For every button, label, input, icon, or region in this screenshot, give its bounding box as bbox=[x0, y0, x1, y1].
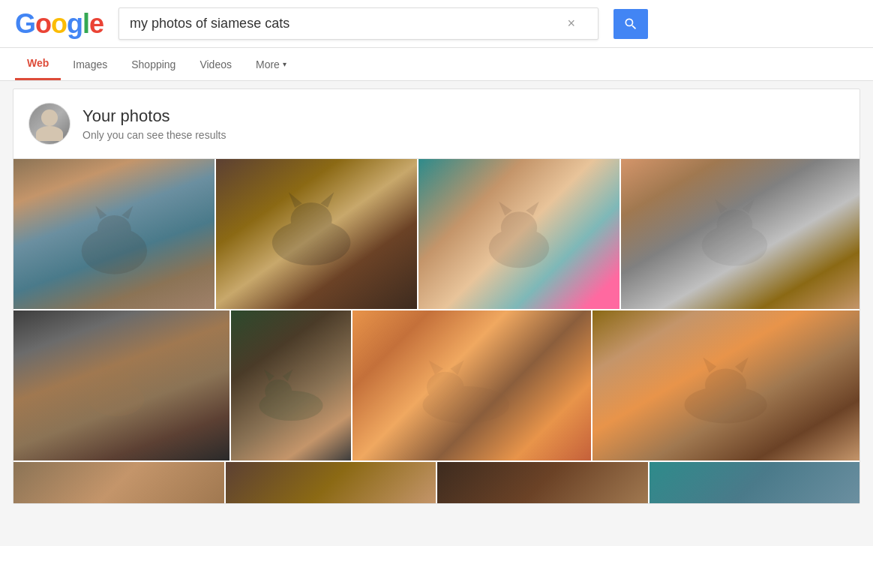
photo-7[interactable] bbox=[352, 310, 591, 460]
svg-point-25 bbox=[427, 372, 464, 403]
logo-l: l bbox=[82, 8, 89, 39]
svg-marker-11 bbox=[526, 202, 538, 216]
svg-marker-30 bbox=[704, 357, 717, 373]
nav-videos[interactable]: Videos bbox=[188, 50, 244, 80]
svg-point-17 bbox=[101, 370, 132, 395]
svg-point-13 bbox=[716, 210, 752, 240]
photos-subtitle: Only you can see these results bbox=[82, 129, 226, 141]
cat-overlay-4 bbox=[669, 196, 800, 272]
nav-more[interactable]: More ▾ bbox=[244, 50, 298, 80]
svg-marker-10 bbox=[499, 202, 512, 216]
svg-point-9 bbox=[501, 212, 537, 244]
search-bar: × bbox=[118, 8, 598, 40]
svg-marker-2 bbox=[95, 206, 106, 220]
clear-icon[interactable]: × bbox=[563, 14, 580, 33]
svg-point-21 bbox=[265, 380, 292, 403]
svg-marker-15 bbox=[742, 200, 754, 214]
photo-2[interactable] bbox=[216, 159, 417, 309]
photo-6[interactable] bbox=[231, 310, 351, 460]
photo-4[interactable] bbox=[621, 159, 860, 309]
main-content: Your photos Only you can see these resul… bbox=[0, 81, 873, 546]
logo-e: e bbox=[89, 8, 104, 39]
google-logo: Google bbox=[15, 8, 104, 40]
svg-marker-23 bbox=[283, 370, 292, 382]
chevron-down-icon: ▾ bbox=[283, 60, 286, 68]
svg-marker-31 bbox=[735, 357, 748, 373]
photo-11[interactable] bbox=[437, 462, 648, 503]
photo-5[interactable] bbox=[14, 310, 230, 460]
nav-web[interactable]: Web bbox=[15, 48, 61, 80]
logo-o2: o bbox=[51, 8, 67, 39]
svg-marker-19 bbox=[122, 360, 134, 373]
cat-overlay-6 bbox=[249, 356, 333, 430]
search-input[interactable] bbox=[130, 16, 562, 32]
svg-point-29 bbox=[705, 369, 746, 402]
svg-point-5 bbox=[291, 202, 332, 238]
svg-marker-6 bbox=[289, 192, 302, 208]
photo-1[interactable] bbox=[14, 159, 214, 309]
svg-marker-3 bbox=[122, 206, 133, 220]
photos-title: Your photos bbox=[82, 106, 226, 126]
svg-marker-27 bbox=[450, 361, 464, 375]
cat-overlay-1 bbox=[54, 204, 175, 279]
svg-point-1 bbox=[97, 215, 130, 245]
logo-g: G bbox=[15, 8, 35, 39]
nav-shopping[interactable]: Shopping bbox=[119, 50, 188, 80]
avatar bbox=[28, 103, 70, 145]
photo-row-1 bbox=[14, 159, 860, 309]
more-label: More bbox=[256, 58, 280, 70]
nav-bar: Web Images Shopping Videos More ▾ bbox=[0, 48, 873, 81]
photo-row-2 bbox=[14, 310, 860, 460]
photo-row-3 bbox=[14, 462, 860, 503]
photo-3[interactable] bbox=[418, 159, 620, 309]
header: Google × bbox=[0, 0, 873, 48]
logo-o1: o bbox=[35, 8, 51, 39]
photos-header: Your photos Only you can see these resul… bbox=[14, 89, 860, 159]
svg-marker-7 bbox=[321, 192, 334, 208]
photo-10[interactable] bbox=[226, 462, 436, 503]
photo-grid bbox=[14, 159, 860, 503]
svg-marker-14 bbox=[715, 200, 727, 214]
photo-12[interactable] bbox=[650, 462, 860, 503]
cat-overlay-2 bbox=[246, 189, 376, 272]
photos-title-block: Your photos Only you can see these resul… bbox=[82, 106, 226, 141]
search-button[interactable] bbox=[614, 9, 648, 39]
avatar-image bbox=[29, 104, 70, 144]
photo-9[interactable] bbox=[14, 462, 224, 503]
svg-marker-18 bbox=[99, 360, 110, 373]
photo-8[interactable] bbox=[592, 310, 860, 460]
cat-overlay-3 bbox=[469, 196, 569, 279]
cat-overlay-5 bbox=[57, 356, 176, 423]
results-card: Your photos Only you can see these resul… bbox=[13, 88, 860, 504]
search-icon bbox=[623, 16, 638, 32]
nav-images[interactable]: Images bbox=[61, 50, 119, 80]
svg-marker-22 bbox=[264, 370, 274, 382]
cat-overlay-8 bbox=[632, 348, 819, 430]
logo-g2: g bbox=[67, 8, 82, 39]
cat-overlay-7 bbox=[376, 348, 556, 430]
